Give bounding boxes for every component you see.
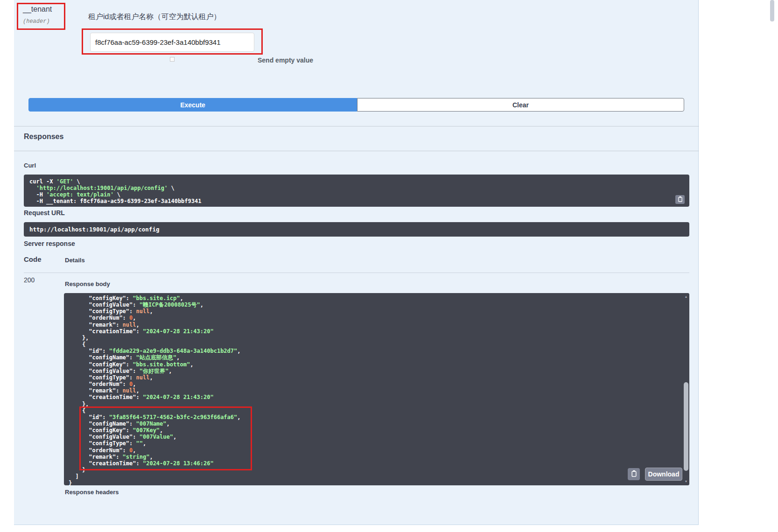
- server-response-label: Server response: [24, 240, 75, 247]
- responses-section-title: Responses: [24, 133, 63, 141]
- divider: [14, 151, 699, 151]
- parameter-name: __tenant: [23, 5, 52, 14]
- request-url-block: http://localhost:19001/api/app/config: [24, 222, 689, 237]
- send-empty-label: Send empty value: [258, 56, 313, 64]
- request-url-value: http://localhost:19001/api/app/config: [29, 226, 159, 233]
- page-scrollbar-thumb[interactable]: [770, 0, 774, 21]
- request-url-label: Request URL: [24, 209, 65, 217]
- download-button[interactable]: Download: [645, 468, 682, 481]
- response-copy-button[interactable]: [628, 468, 640, 480]
- scrollbar-thumb[interactable]: [684, 382, 688, 471]
- response-body-block: "configKey": "bbs.site.icp", "configValu…: [64, 293, 689, 485]
- opblock-body: __tenant (header) 租户id或者租户名称（可空为默认租户） Se…: [14, 0, 699, 525]
- parameter-description: 租户id或者租户名称（可空为默认租户）: [88, 12, 221, 22]
- copy-icon: [678, 196, 683, 204]
- status-code: 200: [24, 276, 35, 284]
- response-body-label: Response body: [65, 280, 110, 287]
- page: __tenant (header) 租户id或者租户名称（可空为默认租户） Se…: [0, 0, 778, 532]
- copy-icon: [631, 470, 637, 479]
- divider: [24, 273, 689, 273]
- clear-button[interactable]: Clear: [357, 98, 684, 112]
- response-body-scrollbar[interactable]: ▲ ▼: [683, 293, 689, 485]
- curl-code-block: curl -X 'GET' \ 'http://localhost:19001/…: [24, 175, 689, 207]
- execute-button[interactable]: Execute: [28, 98, 357, 112]
- scroll-up-icon[interactable]: ▲: [683, 294, 689, 300]
- divider: [14, 126, 699, 126]
- scroll-down-icon[interactable]: ▼: [683, 479, 689, 484]
- send-empty-checkbox[interactable]: [170, 57, 175, 62]
- curl-label: Curl: [24, 162, 36, 169]
- code-column-header: Code: [24, 255, 42, 263]
- response-body-json: "configKey": "bbs.site.icp", "configValu…: [64, 293, 683, 485]
- parameter-location: (header): [23, 18, 50, 25]
- curl-copy-button[interactable]: [675, 195, 685, 204]
- tenant-input[interactable]: [90, 33, 254, 52]
- details-column-header: Details: [65, 257, 85, 264]
- response-headers-label: Response headers: [65, 489, 119, 496]
